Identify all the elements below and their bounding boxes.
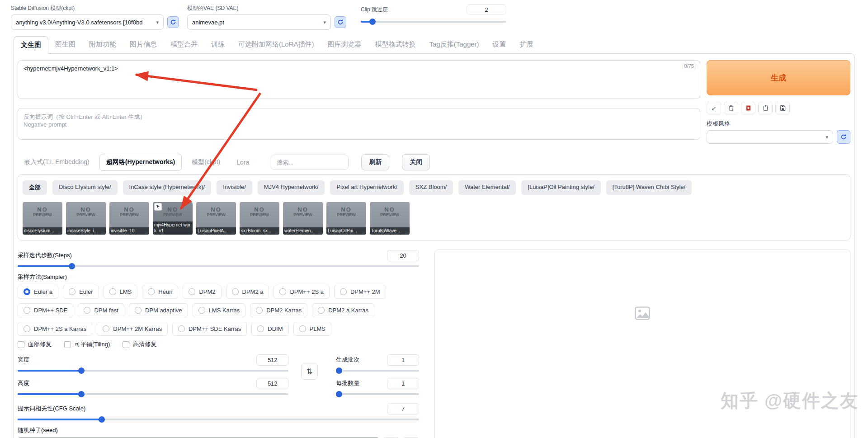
refresh-styles-button[interactable] <box>837 130 850 144</box>
sampler-dpmpp-sde-karras[interactable]: DPM++ SDE Karras <box>172 322 247 336</box>
batch-count-slider[interactable] <box>336 367 419 374</box>
slider-handle[interactable] <box>369 19 376 25</box>
filter-all[interactable]: 全部 <box>23 180 47 195</box>
batch-size-slider[interactable] <box>336 391 419 397</box>
batch-count-value[interactable]: 1 <box>387 354 419 366</box>
paste-params-button[interactable]: ↙ <box>707 102 721 114</box>
generate-button[interactable]: 生成 <box>707 60 850 95</box>
cfg-slider[interactable] <box>18 416 419 423</box>
tab-checkpoint-merger[interactable]: 模型合并 <box>164 36 204 53</box>
card-luisap-oil[interactable]: NOPREVIEW LuisapOilPai... <box>326 202 366 235</box>
cfg-value[interactable]: 7 <box>387 403 419 414</box>
slider-handle[interactable] <box>78 391 85 397</box>
slider-handle[interactable] <box>78 367 85 374</box>
refresh-networks-button[interactable]: 刷新 <box>361 154 389 170</box>
tab-png-info[interactable]: 图片信息 <box>123 36 164 53</box>
slider-handle[interactable] <box>99 416 105 423</box>
slider-handle[interactable] <box>336 391 342 397</box>
hires-fix-checkbox[interactable]: 高清修复 <box>123 340 156 349</box>
slider-handle[interactable] <box>69 263 75 269</box>
filter-mjv4[interactable]: MJV4 Hypernetwork/ <box>258 180 325 195</box>
filter-pixel-art[interactable]: Pixel art Hypernetwork/ <box>330 180 403 195</box>
restore-faces-checkbox[interactable]: 面部修复 <box>18 340 52 349</box>
filter-toru8p-chibi[interactable]: [Toru8P] Waven Chibi Style/ <box>606 180 692 195</box>
sampler-euler[interactable]: Euler <box>63 285 99 299</box>
tab-txt2img[interactable]: 文生图 <box>14 36 48 54</box>
sampler-heun[interactable]: Heun <box>142 285 178 299</box>
option-label: LMS <box>120 288 132 295</box>
tab-lora[interactable]: Lora <box>230 155 255 170</box>
vae-select[interactable]: animevae.pt ▾ <box>187 14 331 30</box>
sampler-dpmpp-2s-a-karras[interactable]: DPM++ 2S a Karras <box>18 322 92 336</box>
tab-ti-embedding[interactable]: 嵌入式(T.I. Embedding) <box>18 154 96 170</box>
sampler-dpm2-a-karras[interactable]: DPM2 a Karras <box>312 303 374 317</box>
filter-incase-style[interactable]: InCase style (Hypernetwork)/ <box>123 180 212 195</box>
clip-skip-value[interactable]: 2 <box>467 5 506 14</box>
sampler-plms[interactable]: PLMS <box>293 322 331 336</box>
sampler-euler-a[interactable]: Euler a <box>18 285 58 299</box>
filter-sxz-bloom[interactable]: SXZ Bloom/ <box>409 180 453 195</box>
filter-luisap-oil[interactable]: [LuisaP]Oil Painting style/ <box>521 180 600 195</box>
tab-additional-networks[interactable]: 可选附加网络(LoRA插件) <box>231 36 321 53</box>
sampler-lms-karras[interactable]: LMS Karras <box>193 303 246 317</box>
card-sxz-bloom[interactable]: NOPREVIEW sxzBloom_sx... <box>240 202 279 235</box>
close-networks-button[interactable]: 关闭 <box>402 154 430 170</box>
refresh-vae-button[interactable] <box>335 16 346 28</box>
save-icon <box>780 105 786 111</box>
tiling-checkbox[interactable]: 可平铺(Tiling) <box>64 340 110 349</box>
filter-disco-elysium[interactable]: Disco Elysium style/ <box>52 180 118 195</box>
card-disco-elysium[interactable]: NOPREVIEW discoElysium... <box>23 202 62 235</box>
tab-tagger[interactable]: Tag反推(Tagger) <box>423 36 486 53</box>
tab-train[interactable]: 训练 <box>204 36 231 53</box>
card-luisap-pixel[interactable]: NOPREVIEW LuisapPixelA... <box>196 202 236 235</box>
save-style-button[interactable] <box>775 102 790 114</box>
sampler-dpm2-a[interactable]: DPM2 a <box>226 285 269 299</box>
tab-extras[interactable]: 附加功能 <box>82 36 123 53</box>
card-water-elemental[interactable]: NOPREVIEW waterElemen... <box>283 202 323 235</box>
sampler-dpmpp-sde[interactable]: DPM++ SDE <box>18 303 73 317</box>
extra-networks-button[interactable] <box>741 102 755 114</box>
tab-img2img[interactable]: 图生图 <box>48 36 82 53</box>
tab-image-browser[interactable]: 图库浏览器 <box>321 36 368 53</box>
sampler-dpmpp-2m-karras[interactable]: DPM++ 2M Karras <box>97 322 168 336</box>
tab-extensions[interactable]: 扩展 <box>513 36 540 53</box>
tab-settings[interactable]: 设置 <box>486 36 513 53</box>
steps-value[interactable]: 20 <box>387 250 419 261</box>
sampler-lms[interactable]: LMS <box>104 285 138 299</box>
refresh-checkpoints-button[interactable] <box>167 16 179 28</box>
clip-skip-slider[interactable] <box>361 19 506 25</box>
filter-water-elemental[interactable]: Water Elemental/ <box>458 180 516 195</box>
sampler-dpm-fast[interactable]: DPM fast <box>78 303 124 317</box>
height-slider[interactable] <box>18 391 288 397</box>
card-mjv4-hypernetwork[interactable]: NOPREVIEW mjv4Hypernet work_v1 <box>153 202 193 235</box>
width-value[interactable]: 512 <box>256 354 288 366</box>
steps-slider[interactable] <box>18 263 419 269</box>
prompt-input[interactable]: <hypernet:mjv4Hypernetwork_v1:1> <box>18 61 700 99</box>
checkbox-icon <box>18 341 24 348</box>
card-invisible[interactable]: NOPREVIEW invisible_10 <box>109 202 149 235</box>
sampler-dpm2[interactable]: DPM2 <box>183 285 221 299</box>
clear-prompt-button[interactable] <box>724 102 738 114</box>
slider-handle[interactable] <box>336 367 342 374</box>
card-incase-style[interactable]: NOPREVIEW incaseStyle_i... <box>66 202 106 235</box>
tab-model-converter[interactable]: 模型格式转换 <box>368 36 423 53</box>
tab-model-ckpt[interactable]: 模型(ckpt) <box>185 154 226 170</box>
model-checkpoint-select[interactable]: anything v3.0\Anything-V3.0.safetensors … <box>11 14 164 30</box>
batch-size-value[interactable]: 1 <box>387 378 419 389</box>
sampler-ddim[interactable]: DDIM <box>251 322 288 336</box>
sampler-dpmpp-2s-a[interactable]: DPM++ 2S a <box>274 285 329 299</box>
sampler-dpm2-karras[interactable]: DPM2 Karras <box>250 303 307 317</box>
sampler-dpmpp-2m[interactable]: DPM++ 2M <box>334 285 386 299</box>
tab-hypernetworks[interactable]: 超网络(Hypernetworks) <box>99 154 182 171</box>
swap-dimensions-button[interactable]: ⇅ <box>301 363 318 380</box>
network-search-input[interactable] <box>271 155 349 170</box>
apply-style-button[interactable] <box>758 102 773 114</box>
sampler-dpm-adaptive[interactable]: DPM adaptive <box>129 303 188 317</box>
no-preview-text: NOPREVIEW <box>326 207 366 218</box>
width-slider[interactable] <box>18 367 288 374</box>
negative-prompt-input[interactable] <box>18 108 700 139</box>
style-dropdown[interactable]: ▾ <box>707 130 833 144</box>
card-toru8p-waven[interactable]: NOPREVIEW Toru8pWave... <box>370 202 410 235</box>
filter-invisible[interactable]: Invisible/ <box>217 180 252 195</box>
height-value[interactable]: 512 <box>256 378 288 389</box>
